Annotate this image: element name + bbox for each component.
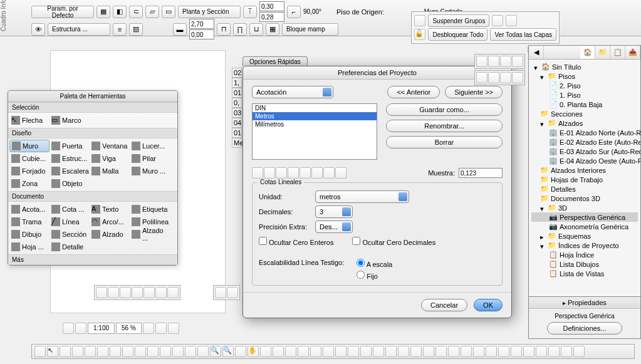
tool-cubie[interactable]: Cubie... (9, 152, 50, 165)
tool-muro[interactable]: Muro (9, 140, 50, 152)
bt-39[interactable] (511, 346, 522, 357)
val3-field[interactable] (189, 19, 214, 29)
planta-seccion-button[interactable]: Planta y Sección (178, 6, 241, 18)
tool-flecha[interactable]: ↖Flecha (9, 114, 50, 127)
tool-icon-1[interactable]: ▦ (96, 6, 110, 18)
anterior-button[interactable]: << Anterior (387, 86, 440, 98)
nav-tab-views[interactable]: 📁 (595, 46, 610, 59)
list-item-din[interactable]: DIN (253, 104, 377, 112)
bt-15[interactable]: 🔍 (210, 346, 221, 357)
bt-6[interactable] (97, 346, 108, 357)
bt-23[interactable] (310, 346, 321, 357)
tool-seccion[interactable]: Sección (50, 228, 90, 241)
mini-icon-b[interactable] (506, 15, 517, 26)
bt-35[interactable] (461, 346, 472, 357)
align-icon-2[interactable]: ∏ (233, 23, 247, 36)
tool-dibujo[interactable]: Dibujo (9, 228, 50, 241)
tree-piso2[interactable]: 📄 2. Piso (531, 81, 638, 90)
tree-alzados[interactable]: ▾📁 Alzados (531, 118, 638, 128)
tool-puerta[interactable]: Puerta (50, 140, 90, 152)
bt-9[interactable] (135, 346, 146, 357)
wall-icon[interactable]: ▬ (173, 23, 187, 36)
ms1-4[interactable] (132, 287, 143, 298)
tool-trama[interactable]: Trama (9, 216, 50, 228)
attr-icon-1[interactable] (476, 56, 487, 67)
bt-1[interactable] (34, 346, 46, 357)
sb-icon-4[interactable] (155, 323, 167, 334)
suspender-grupos-button[interactable]: Suspender Grupos (428, 14, 489, 27)
tool-arco[interactable]: ◠Arco/... (90, 216, 130, 228)
precision-select[interactable]: Des... (315, 221, 353, 233)
tool-alzado2[interactable]: Alzado ... (130, 228, 170, 241)
tree-pisos[interactable]: ▾📁 Pisos (531, 71, 638, 81)
attr-icon-6[interactable] (488, 72, 499, 83)
bt-42[interactable] (548, 346, 560, 357)
bt-13[interactable] (185, 346, 196, 357)
bt-30[interactable] (398, 346, 409, 357)
tree-detalles[interactable]: 📁 Detalles (531, 184, 638, 194)
tree-e02[interactable]: 🏢 E-02 Alzado Este (Auto-Re (531, 137, 638, 147)
dim-tab-1[interactable] (252, 167, 263, 179)
tool-viga[interactable]: Viga (90, 152, 130, 165)
tool-icon-4[interactable]: ▱ (145, 6, 159, 18)
tree-lista-vistas[interactable]: 📋 Lista de Vistas (531, 269, 638, 278)
layers-icon[interactable]: ≡ (113, 23, 127, 36)
bt-18[interactable]: ✋ (248, 346, 259, 357)
ms1-6[interactable] (155, 287, 167, 298)
tool-escalera[interactable]: Escalera (50, 165, 90, 177)
align-icon-1[interactable]: ⊓ (217, 23, 231, 36)
tree-hojas[interactable]: 📁 Hojas de Trabajo (531, 175, 638, 184)
section-mas[interactable]: Más (8, 254, 177, 265)
val4-field[interactable] (189, 29, 214, 39)
list-item-mm[interactable]: Milímetros (253, 120, 377, 128)
bt-5[interactable] (85, 346, 96, 357)
cancelar-button[interactable]: Cancelar (421, 299, 467, 311)
tool-texto[interactable]: ATexto (90, 203, 130, 216)
dim-tab-2[interactable] (264, 167, 275, 179)
sb-icon-1[interactable] (63, 323, 74, 334)
siguiente-button[interactable]: Siguiente >> (445, 86, 503, 98)
propiedades-title[interactable]: ▸ Propiedades (529, 297, 640, 309)
attr-icon-4[interactable] (512, 56, 523, 67)
ok-button[interactable]: OK (474, 299, 503, 311)
tool-icon-2[interactable]: ◧ (113, 6, 127, 18)
tool-acota[interactable]: Acota... (9, 203, 50, 216)
sb-icon-3[interactable] (143, 323, 154, 334)
tool-etiqueta[interactable]: Etiqueta (130, 203, 170, 216)
tool-icon-3[interactable]: ⊂ (129, 6, 143, 18)
ms1-1[interactable] (96, 287, 107, 298)
bt-31[interactable] (410, 346, 422, 357)
bt-34[interactable] (448, 346, 459, 357)
opciones-rapidas-tab[interactable]: Opciones Rápidas (242, 56, 308, 66)
tree-e04[interactable]: 🏢 E-04 Alzado Oeste (Auto-R (531, 156, 638, 165)
ms1-7[interactable] (167, 287, 179, 298)
tool-alzado[interactable]: Alzado (90, 228, 130, 241)
bt-32[interactable] (423, 346, 434, 357)
tree-e03[interactable]: 🏢 E-03 Alzado Sur (Auto-Rec (531, 147, 638, 156)
scale-display[interactable]: 1:100 (88, 323, 115, 334)
bt-26[interactable] (348, 346, 359, 357)
tool-pilar[interactable]: Pilar (130, 152, 170, 165)
anchor-icon[interactable]: ⟙ (243, 6, 257, 18)
tool-malla[interactable]: Malla (90, 165, 130, 177)
attr-icon-3[interactable] (500, 56, 511, 67)
zoom-display[interactable]: 56 % (116, 323, 142, 334)
dim-tab-6[interactable] (311, 167, 323, 179)
tree-root[interactable]: ▾🏠 Sin Título (531, 62, 638, 71)
bt-11[interactable] (160, 346, 171, 357)
bt-2[interactable]: ↖ (47, 346, 58, 357)
pattern-icon[interactable]: ▦ (266, 23, 279, 36)
tree-docs3d[interactable]: 📁 Documentos 3D (531, 194, 638, 203)
tree-piso1[interactable]: 📄 1. Piso (531, 90, 638, 100)
bt-36[interactable] (473, 346, 484, 357)
tool-forjado[interactable]: Forjado (9, 165, 50, 177)
dim-tab-5[interactable] (300, 167, 311, 179)
sb-icon-5[interactable] (168, 323, 179, 334)
guardar-como-button[interactable]: Guardar como... (386, 103, 503, 116)
unidad-select[interactable]: metros (315, 190, 409, 203)
hatch-icon[interactable]: ▨ (129, 23, 143, 36)
bt-28[interactable] (373, 346, 384, 357)
bt-3[interactable] (60, 346, 71, 357)
bloque-button[interactable]: Bloque mamp (282, 23, 338, 36)
param-defecto-button[interactable]: Param. por Defecto (31, 6, 94, 18)
